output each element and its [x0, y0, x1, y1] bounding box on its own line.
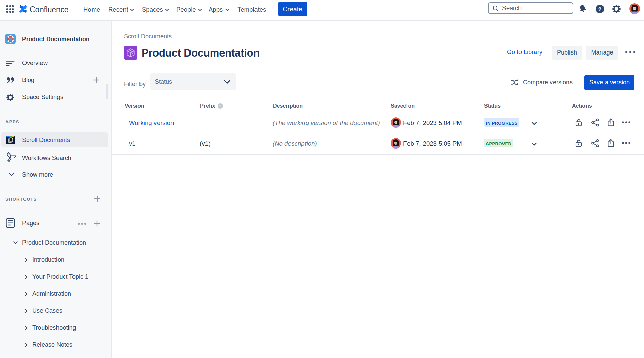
svg-text:?: ? [219, 104, 221, 108]
svg-text:?: ? [598, 6, 601, 12]
